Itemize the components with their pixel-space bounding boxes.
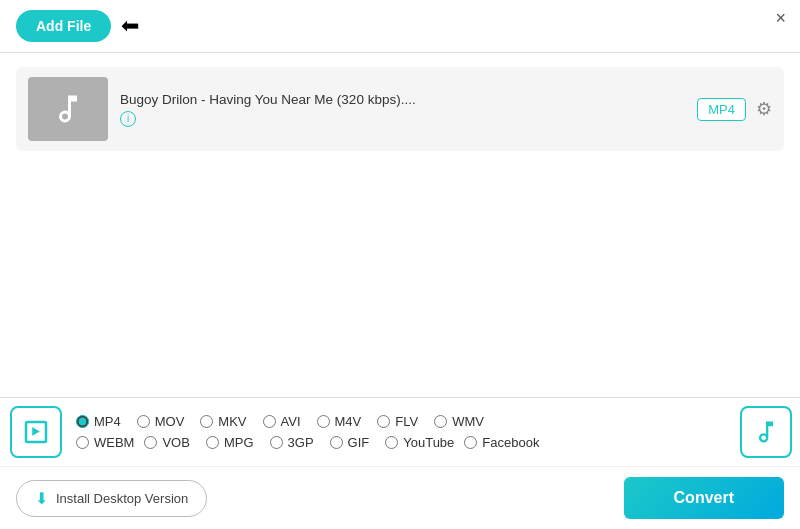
file-info: Bugoy Drilon - Having You Near Me (320 k… [120,92,685,127]
format-option-flv[interactable]: FLV [377,414,418,429]
format-row-2: WEBM VOB MPG 3GP GIF [76,435,734,450]
action-bar: ⬇ Install Desktop Version Convert [0,467,800,529]
arrow-icon: ⬅ [121,13,139,39]
close-button[interactable]: × [775,8,786,29]
download-icon: ⬇ [35,489,48,508]
format-option-3gp[interactable]: 3GP [270,435,314,450]
info-icon[interactable]: i [120,111,136,127]
main-content: Bugoy Drilon - Having You Near Me (320 k… [0,53,800,383]
format-option-facebook[interactable]: Facebook [464,435,539,450]
format-option-mpg[interactable]: MPG [206,435,254,450]
format-option-mov[interactable]: MOV [137,414,185,429]
file-thumbnail [28,77,108,141]
convert-button[interactable]: Convert [624,477,784,519]
file-item: Bugoy Drilon - Having You Near Me (320 k… [16,67,784,151]
audio-format-icon-box[interactable] [740,406,792,458]
top-bar: Add File ⬅ × [0,0,800,53]
install-desktop-button[interactable]: ⬇ Install Desktop Version [16,480,207,517]
audio-icon [752,418,780,446]
music-icon [50,91,86,127]
format-option-vob[interactable]: VOB [144,435,189,450]
format-row-1: MP4 MOV MKV AVI M4V [76,414,734,429]
install-label: Install Desktop Version [56,491,188,506]
format-option-mkv[interactable]: MKV [200,414,246,429]
video-format-icon-box[interactable] [10,406,62,458]
format-option-wmv[interactable]: WMV [434,414,484,429]
format-option-m4v[interactable]: M4V [317,414,362,429]
format-option-webm[interactable]: WEBM [76,435,134,450]
bottom-bar: MP4 MOV MKV AVI M4V [0,397,800,529]
file-name: Bugoy Drilon - Having You Near Me (320 k… [120,92,685,107]
video-icon [21,417,51,447]
format-options-container: MP4 MOV MKV AVI M4V [76,414,734,450]
format-badge-button[interactable]: MP4 [697,98,746,121]
add-file-button[interactable]: Add File [16,10,111,42]
format-option-gif[interactable]: GIF [330,435,370,450]
format-option-mp4[interactable]: MP4 [76,414,121,429]
format-option-youtube[interactable]: YouTube [385,435,454,450]
settings-icon[interactable]: ⚙ [756,98,772,120]
file-actions: MP4 ⚙ [697,98,772,121]
format-section: MP4 MOV MKV AVI M4V [0,398,800,467]
format-option-avi[interactable]: AVI [263,414,301,429]
